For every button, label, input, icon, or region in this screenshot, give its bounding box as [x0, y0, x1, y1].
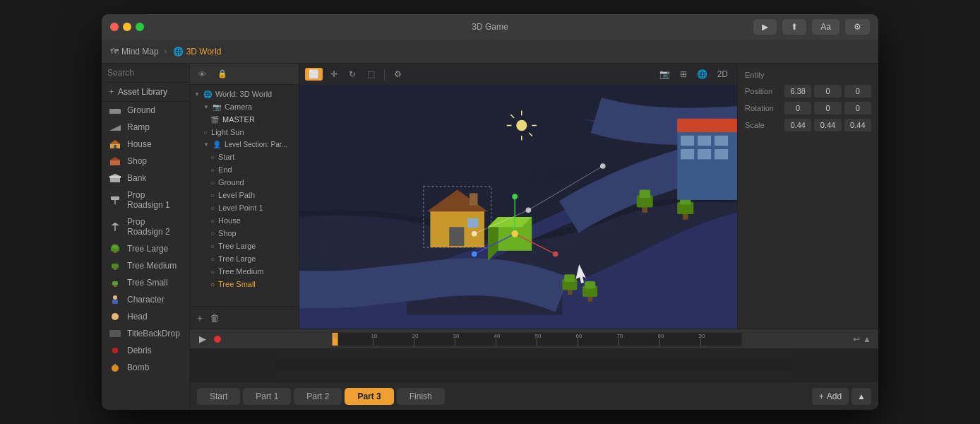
- rotation-x-input[interactable]: [784, 102, 811, 114]
- position-x-input[interactable]: [784, 85, 811, 98]
- sidebar-item-head[interactable]: Head: [102, 308, 189, 325]
- rotate-tool[interactable]: ↻: [345, 68, 359, 81]
- timeline-track-area[interactable]: [190, 349, 878, 382]
- tree-item-levelpoint1[interactable]: ○ Level Point 1: [190, 201, 299, 214]
- sidebar-item-house[interactable]: House: [102, 136, 189, 153]
- tree-item-master[interactable]: 🎬 MASTER ✕ 🔒: [190, 113, 299, 126]
- tree-item-shop[interactable]: ○ Shop: [190, 227, 299, 240]
- rotation-label: Rotation: [745, 104, 782, 112]
- maximize-button[interactable]: [136, 23, 144, 31]
- globe-btn[interactable]: 🌐: [693, 68, 711, 81]
- timeline-ruler-track[interactable]: 0 10 20 30 40 50 60 70 80 90: [227, 333, 847, 346]
- sidebar-item-character[interactable]: Character: [102, 291, 189, 308]
- viewport-scene: [299, 85, 737, 329]
- select-tool[interactable]: ⬜: [305, 68, 323, 81]
- breadcrumb-bar: 🗺 Mind Map › 🌐 3D World: [102, 40, 878, 64]
- viewport-toolbar: ⬜ ✛ ↻ ⬚ ⚙ 📷 ⊞ 🌐 2D: [299, 64, 737, 85]
- rotation-y-input[interactable]: [814, 102, 841, 114]
- tab-finish[interactable]: Finish: [397, 388, 445, 405]
- add-part-button[interactable]: + Add: [812, 388, 849, 405]
- asset-library-label: Asset Library: [118, 87, 167, 97]
- timeline-record-btn[interactable]: [214, 336, 221, 343]
- node-icon: ○: [210, 153, 215, 161]
- timeline-undo-btn[interactable]: ↩: [853, 334, 860, 344]
- sidebar-item-tree-small[interactable]: Tree Small: [102, 274, 189, 291]
- add-node-button[interactable]: +: [197, 312, 203, 324]
- tree-item-treemedium[interactable]: ○ Tree Medium: [190, 265, 299, 278]
- breadcrumb-mindmap[interactable]: 🗺 Mind Map: [110, 47, 159, 57]
- breadcrumb-world[interactable]: 🌐 3D World: [173, 47, 222, 57]
- camera-view-btn[interactable]: 📷: [656, 68, 674, 81]
- tree-item-treelarge2[interactable]: ○ Tree Large: [190, 252, 299, 265]
- lock-icon[interactable]: 🔒: [215, 68, 230, 80]
- delete-node-button[interactable]: 🗑: [210, 312, 220, 324]
- entity-panel: Entity Position Rotation: [737, 64, 878, 329]
- tree-item-ground[interactable]: ○ Ground: [190, 176, 299, 189]
- rotation-z-input[interactable]: [844, 102, 871, 114]
- scale-y-input[interactable]: [814, 119, 841, 131]
- viewport[interactable]: ⬜ ✛ ↻ ⬚ ⚙ 📷 ⊞ 🌐 2D: [299, 64, 737, 329]
- asset-library-button[interactable]: + Asset Library: [102, 83, 189, 102]
- svg-point-69: [516, 120, 527, 131]
- tree-item-camera[interactable]: ▼ 📷 Camera: [190, 100, 299, 113]
- debris-icon: [109, 346, 121, 355]
- sidebar-item-ramp[interactable]: Ramp: [102, 119, 189, 136]
- sidebar-item-roadsign2[interactable]: Prop Roadsign 2: [102, 213, 189, 240]
- breadcrumb-separator: ›: [165, 47, 167, 57]
- settings-tool[interactable]: ⚙: [390, 68, 405, 81]
- svg-rect-48: [640, 190, 650, 199]
- tab-part2[interactable]: Part 2: [294, 388, 342, 405]
- scale-z-input[interactable]: [844, 119, 871, 131]
- svg-rect-65: [715, 136, 728, 146]
- position-y-input[interactable]: [814, 85, 841, 98]
- timeline-collapse-btn[interactable]: ▲: [863, 334, 871, 344]
- sidebar-item-shop[interactable]: Shop: [102, 153, 189, 170]
- tree-item-house[interactable]: ○ House: [190, 214, 299, 227]
- minimize-button[interactable]: [123, 23, 131, 31]
- position-z-input[interactable]: [844, 85, 871, 98]
- close-button[interactable]: [110, 23, 119, 31]
- collapse-parts-button[interactable]: ▲: [851, 388, 871, 405]
- master-close-btn[interactable]: ✕: [273, 116, 282, 124]
- scale-tool[interactable]: ⬚: [364, 68, 378, 81]
- 2d-btn[interactable]: 2D: [714, 68, 731, 81]
- sidebar-item-tree-large[interactable]: Tree Large: [102, 240, 189, 257]
- node-icon: ○: [210, 242, 215, 250]
- grid-btn[interactable]: ⊞: [676, 68, 691, 81]
- settings-button[interactable]: ⚙: [845, 19, 870, 35]
- svg-rect-62: [677, 119, 737, 132]
- tree-item-end[interactable]: ○ End: [190, 163, 299, 176]
- tree-item-treesmall[interactable]: ○ Tree Small: [190, 278, 299, 290]
- tab-start[interactable]: Start: [197, 388, 240, 405]
- tab-part1[interactable]: Part 1: [243, 388, 291, 405]
- scale-x-input[interactable]: [784, 119, 811, 131]
- sidebar-item-ground[interactable]: Ground: [102, 102, 189, 119]
- sidebar-item-tree-medium[interactable]: Tree Medium: [102, 257, 189, 274]
- sidebar-item-bomb[interactable]: Bomb: [102, 359, 189, 376]
- sidebar-item-roadsign1[interactable]: Prop Roadsign 1: [102, 187, 189, 213]
- expand-arrow: ▼: [203, 104, 209, 110]
- tree-item-world[interactable]: ▼ 🌐 World: 3D World: [190, 88, 299, 100]
- font-button[interactable]: Aa: [812, 19, 839, 35]
- share-button[interactable]: ⬆: [782, 19, 806, 35]
- master-lock-btn[interactable]: 🔒: [283, 116, 294, 124]
- tree-item-treelarge1[interactable]: ○ Tree Large: [190, 240, 299, 252]
- svg-text:90: 90: [699, 333, 705, 339]
- tree-item-levelpath[interactable]: ○ Level Path: [190, 189, 299, 201]
- tree-item-levelsection[interactable]: ▼ 👤 Level Section: Par...: [190, 139, 299, 151]
- play-button[interactable]: ▶: [753, 19, 777, 35]
- sidebar-item-debris[interactable]: Debris: [102, 342, 189, 359]
- move-tool[interactable]: ✛: [327, 68, 341, 81]
- sidebar-item-bank[interactable]: Bank: [102, 170, 189, 187]
- sidebar-item-titlebackdrop[interactable]: TitleBackDrop: [102, 325, 189, 342]
- tree-item-lightsun[interactable]: ○ Light Sun: [190, 126, 299, 139]
- svg-rect-20: [112, 281, 118, 285]
- svg-rect-106: [277, 360, 792, 371]
- timeline-play-btn[interactable]: ▶: [197, 334, 208, 345]
- eye-icon[interactable]: 👁: [196, 69, 209, 80]
- bomb-icon: [109, 363, 121, 372]
- svg-text:80: 80: [658, 333, 664, 339]
- viewport-right-tools: 📷 ⊞ 🌐 2D: [656, 68, 731, 81]
- tab-part3[interactable]: Part 3: [345, 388, 393, 405]
- tree-item-start[interactable]: ○ Start: [190, 151, 299, 163]
